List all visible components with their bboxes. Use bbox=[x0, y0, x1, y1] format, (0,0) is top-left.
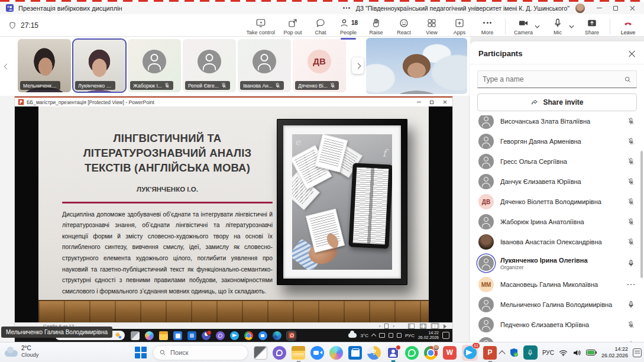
camera-options-chevron[interactable] bbox=[535, 21, 540, 30]
participant-row[interactable]: Педченко Єлизавета Юріївна bbox=[470, 315, 644, 335]
participant-search[interactable] bbox=[477, 70, 637, 88]
participant-row-organizer[interactable]: Лукянченко Ірина Олегівна Organizer bbox=[470, 252, 644, 274]
participant-row[interactable]: ММ Масановець Галина Миколаївна bbox=[470, 274, 644, 295]
mic-muted-icon[interactable] bbox=[627, 157, 635, 166]
mic-muted-icon[interactable] bbox=[627, 198, 635, 206]
people-button[interactable]: 18 People bbox=[338, 18, 358, 35]
tray-expand-icon[interactable] bbox=[499, 350, 505, 357]
help-app-icon[interactable]: ? bbox=[367, 346, 381, 360]
chrome-icon[interactable] bbox=[424, 346, 438, 360]
participant-row[interactable]: Гресс Ольга Сергіївна bbox=[470, 151, 644, 172]
avatar-tile[interactable]: Іванова Ан... bbox=[238, 39, 291, 92]
viber-icon bbox=[216, 331, 225, 340]
clock[interactable]: 14:2226.02.2026 bbox=[601, 346, 628, 360]
initials-avatar: ММ bbox=[478, 277, 494, 292]
more-button[interactable]: More bbox=[477, 18, 497, 35]
close-panel-button[interactable] bbox=[627, 50, 636, 58]
share-invite-button[interactable]: Share invite bbox=[477, 93, 637, 111]
share-button[interactable]: Share bbox=[582, 18, 602, 35]
pop-out-button[interactable]: Pop out bbox=[283, 18, 303, 35]
apps-button[interactable]: Apps bbox=[449, 18, 470, 35]
weather-cloud-icon bbox=[5, 350, 18, 357]
volume-icon[interactable] bbox=[572, 350, 581, 356]
video-tile[interactable]: Мельниченко Г... bbox=[18, 39, 71, 92]
chat-button[interactable]: Chat bbox=[310, 18, 331, 35]
camera-button[interactable]: Camera bbox=[513, 18, 533, 35]
wifi-icon[interactable] bbox=[559, 350, 568, 356]
wps-office-icon[interactable]: W bbox=[443, 346, 457, 360]
view-button[interactable]: View bbox=[422, 18, 442, 35]
participant-row[interactable]: Попова Ганна - bbox=[470, 335, 644, 342]
participant-row[interactable]: Мельниченко Галина Володимирівна bbox=[470, 295, 644, 315]
meeting-stage: Мельниченко Г... Лукянченко Ір... Жаборю… bbox=[0, 37, 470, 342]
zoom-app-icon[interactable] bbox=[310, 346, 324, 360]
taskbar-search[interactable] bbox=[153, 345, 248, 360]
notification-center-icon[interactable] bbox=[633, 348, 642, 357]
mic-on-icon[interactable] bbox=[627, 300, 635, 309]
mic-muted-icon[interactable] bbox=[627, 117, 635, 125]
initials-tile[interactable]: ДВ Дяченко Ві... bbox=[293, 39, 346, 92]
react-button[interactable]: React bbox=[394, 18, 414, 35]
maximize-button[interactable] bbox=[607, 3, 624, 14]
video-tile-selected[interactable]: Лукянченко Ір... bbox=[73, 39, 126, 92]
participant-row[interactable]: Іванова Анастасія Олександрівна bbox=[470, 232, 644, 252]
telegram-icon[interactable]: 63 bbox=[462, 345, 478, 361]
mic-button[interactable]: Mic bbox=[548, 18, 568, 35]
security-shield-icon[interactable] bbox=[509, 348, 519, 357]
person-avatar-icon bbox=[198, 50, 221, 73]
language-indicator[interactable]: РУС bbox=[542, 350, 554, 356]
overflow-menu-icon[interactable] bbox=[343, 7, 350, 9]
take-control-button[interactable]: Take control bbox=[246, 18, 275, 35]
taskbar-weather-widget[interactable]: 2°C Cloudy bbox=[5, 345, 39, 358]
minimize-button[interactable] bbox=[591, 3, 607, 14]
chrome-profile-avatar bbox=[433, 344, 439, 351]
microsoft-store-icon[interactable] bbox=[348, 346, 362, 360]
whatsapp-icon[interactable] bbox=[405, 346, 419, 360]
participant-search-input[interactable] bbox=[483, 75, 624, 83]
viber-app-icon[interactable] bbox=[273, 346, 286, 360]
start-button[interactable] bbox=[135, 347, 147, 359]
raise-hand-button[interactable]: Raise bbox=[366, 18, 386, 35]
avatar-tile[interactable]: Репей Євге... bbox=[183, 39, 236, 92]
search-icon bbox=[624, 76, 632, 83]
avatar-tile[interactable]: Жаборюк І... bbox=[128, 39, 181, 92]
close-button[interactable] bbox=[624, 3, 640, 14]
mic-muted-icon[interactable] bbox=[627, 238, 635, 246]
task-view-button[interactable] bbox=[254, 346, 267, 360]
mic-options-chevron[interactable] bbox=[569, 21, 574, 30]
powerpoint-app-icon[interactable]: P bbox=[483, 346, 497, 360]
system-tray: РУС 14:2226.02.2026 bbox=[500, 342, 642, 362]
battery-icon[interactable] bbox=[586, 350, 597, 355]
leave-button[interactable]: Leave bbox=[618, 18, 638, 35]
mic-icon bbox=[552, 18, 563, 28]
previous-slide-icon: ‹ bbox=[379, 324, 381, 329]
taskbar-search-input[interactable] bbox=[170, 349, 242, 356]
microphone-in-use-button[interactable] bbox=[523, 345, 538, 360]
participant-row[interactable]: Данчук Єлизавета Юріївна bbox=[470, 172, 644, 192]
filmstrip-next-button[interactable] bbox=[352, 57, 364, 74]
panel-scrollbar[interactable] bbox=[640, 151, 643, 278]
participant-filmstrip: Мельниченко Г... Лукянченко Ір... Жаборю… bbox=[0, 37, 470, 96]
mic-muted-icon[interactable] bbox=[627, 321, 635, 329]
mic-on-icon[interactable] bbox=[627, 259, 635, 267]
file-explorer-icon[interactable] bbox=[292, 346, 305, 360]
slide-floor-graphic bbox=[38, 300, 429, 322]
mic-muted-icon[interactable] bbox=[627, 218, 635, 226]
picture-photo: e f e bbox=[292, 134, 392, 270]
filmstrip-previous-button[interactable] bbox=[2, 58, 11, 73]
meeting-toolbar: 27:15 Take control Pop out Chat 18 Peopl… bbox=[0, 14, 644, 37]
notification-dot bbox=[396, 345, 401, 350]
more-options-icon[interactable] bbox=[627, 284, 635, 286]
search-highlights-icon bbox=[115, 332, 121, 338]
teams-app-icon[interactable] bbox=[386, 346, 400, 360]
user-avatar[interactable] bbox=[575, 4, 585, 13]
shared-screen[interactable]: ББ_магістри_презентація [Protected View]… bbox=[15, 96, 452, 342]
spotlight-video-tile[interactable] bbox=[366, 38, 467, 94]
participant-row[interactable]: Височанська Злата Віталіївна bbox=[470, 115, 644, 131]
participant-row[interactable]: Жаборюк Ірина Анатоліївна bbox=[470, 212, 644, 232]
mic-muted-icon[interactable] bbox=[627, 137, 635, 146]
mic-muted-icon[interactable] bbox=[627, 177, 635, 186]
copilot-icon[interactable] bbox=[329, 346, 343, 360]
participant-row[interactable]: Геворгян Даяна Арменівна bbox=[470, 131, 644, 151]
participant-row[interactable]: ДВ Дяченко Віолетта Володимирівна bbox=[470, 192, 644, 212]
